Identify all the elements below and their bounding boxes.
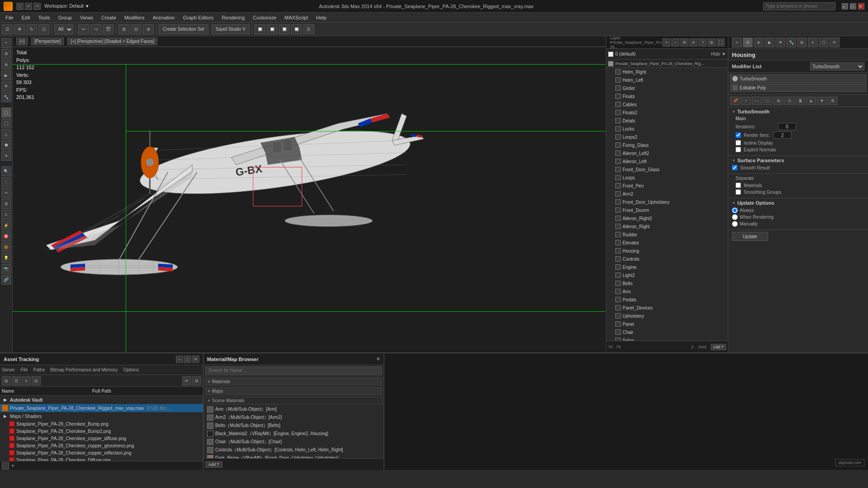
props-tab-hierarchy[interactable]: ⊕	[754, 38, 764, 47]
view-btn3[interactable]: ⊕	[143, 24, 154, 34]
tool-h[interactable]: ✂	[1, 188, 11, 198]
mod-edge-btn[interactable]: —	[752, 97, 762, 105]
create-panel-btn[interactable]: +	[1, 38, 11, 48]
at-tool-2[interactable]: ☰	[12, 376, 21, 385]
tool-l[interactable]: 🎯	[1, 231, 11, 241]
tool-j[interactable]: ≡	[1, 210, 11, 220]
menu-rendering[interactable]: Rendering	[218, 14, 249, 21]
layer-helm-left[interactable]: Helm_Left	[606, 76, 728, 84]
quick-tool-3[interactable]: ↪	[33, 3, 41, 10]
utilities-btn[interactable]: 🔧	[1, 92, 11, 102]
mod-vert-btn[interactable]: •	[741, 97, 751, 105]
layer-pedals[interactable]: Pedals	[606, 296, 728, 304]
layer-engine[interactable]: Engine	[606, 263, 728, 271]
layers-minus[interactable]: −	[671, 38, 679, 47]
create-selection-set[interactable]: Create Selection Set	[159, 24, 208, 34]
update-options-title[interactable]: Update Options	[732, 200, 864, 206]
snap-btn2[interactable]: 🔲	[267, 24, 278, 34]
props-tab-utilities[interactable]: 🔧	[786, 38, 796, 47]
mb-belts[interactable]: Belts（Multi/Sub-Object）[Belts]	[205, 422, 382, 430]
rotate-tool[interactable]: ↻	[26, 24, 37, 34]
layer-loops[interactable]: Loops	[606, 174, 728, 182]
props-tab-create[interactable]: +	[732, 38, 742, 47]
layer-cables[interactable]: Cables	[606, 100, 728, 108]
tool-d[interactable]: ⬟	[1, 140, 11, 150]
tool-n[interactable]: 💡	[1, 253, 11, 263]
snap-btn3[interactable]: 🔲	[279, 24, 290, 34]
layer-locks[interactable]: Locks	[606, 125, 728, 133]
layer-front-pen[interactable]: Front_Pen	[606, 182, 728, 190]
at-tool-4[interactable]: ⊟	[32, 376, 41, 385]
tool-i[interactable]: ⊞	[1, 199, 11, 209]
at-settings-btn[interactable]: ⚙	[192, 376, 201, 385]
menu-edit[interactable]: Edit	[18, 14, 34, 21]
quick-tool-2[interactable]: ↩	[25, 3, 32, 10]
layer-belts[interactable]: Belts	[606, 279, 728, 287]
layer-chair[interactable]: Chair	[606, 328, 728, 336]
layer-btn[interactable]: ☰	[303, 24, 314, 34]
search-input[interactable]	[763, 2, 835, 10]
isoline-checkbox[interactable]	[736, 140, 741, 145]
layer-salon[interactable]: Salon	[606, 336, 728, 341]
layer-panel[interactable]: Panel	[606, 320, 728, 328]
scale-tool[interactable]: ⊡	[38, 24, 49, 34]
mod-del-btn[interactable]: 🗑	[795, 97, 805, 105]
mb-black-mat[interactable]: Black_Material2（VRayMtl）[Engine, Engine2…	[205, 430, 382, 438]
layer-aileron-left[interactable]: Aileron_Left	[606, 157, 728, 165]
filter-dropdown[interactable]: All	[54, 24, 73, 34]
mb-close-btn[interactable]: ✕	[376, 356, 380, 362]
at-menu-file[interactable]: File	[20, 367, 28, 372]
minimize-button[interactable]: –	[842, 3, 848, 9]
view-btn1[interactable]: ⊞	[118, 24, 129, 34]
turbosmooth-section-title[interactable]: TurboSmooth	[732, 109, 864, 114]
at-menu-paths[interactable]: Paths	[33, 367, 45, 372]
mb-arm[interactable]: Arm（Multi/Sub-Object）[Arm]	[205, 405, 382, 413]
at-tex-6[interactable]: Seaplane_Piper_PA-28_Cherokee_Diffuse.pn…	[0, 456, 203, 461]
menu-views[interactable]: Views	[76, 14, 97, 21]
surface-params-title[interactable]: Surface Parameters	[732, 158, 864, 163]
at-close-btn[interactable]: ✕	[192, 356, 199, 363]
tool-c[interactable]: △	[1, 129, 11, 139]
select-tool[interactable]: ☰	[2, 24, 13, 34]
view-btn2[interactable]: ⊟	[131, 24, 142, 34]
layer-rudder[interactable]: Rudder	[606, 230, 728, 239]
menu-customize[interactable]: Customize	[249, 14, 280, 21]
layer-helm-right[interactable]: Helm_Right	[606, 68, 728, 76]
menu-tools[interactable]: Tools	[35, 14, 54, 21]
tool-m[interactable]: 🔆	[1, 242, 11, 252]
update-button[interactable]: Update	[732, 232, 768, 241]
explicit-normals-checkbox[interactable]	[736, 147, 741, 152]
layer-housing[interactable]: Housing	[606, 247, 728, 255]
at-minimize-btn[interactable]: –	[176, 356, 183, 363]
tool-g[interactable]: ↕	[1, 177, 11, 187]
at-tex-1[interactable]: Seaplane_Piper_PA-28_Cherokee_Bump.png	[0, 420, 203, 427]
layer-front-door-glass[interactable]: Front_Door_Glass	[606, 165, 728, 174]
layer-panel-devices[interactable]: Panel_Devices	[606, 304, 728, 312]
layer-upholstery[interactable]: Upholstery	[606, 312, 728, 320]
props-tab-display[interactable]: 👁	[775, 38, 785, 47]
layers-question[interactable]: ?	[698, 38, 707, 47]
at-tex-5[interactable]: Seaplane_Piper_PA-28_Cherokee_copper_ref…	[0, 449, 203, 456]
mb-controls[interactable]: Controls（Multi/Sub-Object）[Controls, Hel…	[205, 446, 382, 454]
props-tab-extra1[interactable]: ⊞	[797, 38, 807, 47]
close-button[interactable]: ✕	[858, 3, 864, 9]
mb-maps-header[interactable]: Maps	[205, 387, 382, 395]
viewport-shading[interactable]: [+] [Perspective] [Shaded + Edged Faces]	[67, 38, 157, 45]
manually-radio[interactable]	[732, 221, 738, 227]
mod-paste-btn[interactable]: ⎗	[784, 97, 794, 105]
hierarchy-btn[interactable]: ⊕	[1, 60, 11, 70]
smoothing-groups-checkbox[interactable]	[736, 189, 741, 195]
render-btn[interactable]: 🎬	[103, 24, 113, 34]
material-search-input[interactable]	[205, 366, 382, 375]
tool-e[interactable]: ✦	[1, 151, 11, 161]
tool-f[interactable]: 🔍	[1, 166, 11, 176]
layers-close[interactable]: ✕	[689, 38, 698, 47]
redo-btn[interactable]: ↪	[90, 24, 101, 34]
modifier-turbosmooth[interactable]: TurboSmooth	[730, 75, 866, 83]
mod-up-btn[interactable]: ▲	[806, 97, 816, 105]
tool-o[interactable]: 📷	[1, 264, 11, 274]
at-tex-4[interactable]: Seaplane_Piper_PA-28_Cherokee_copper_glo…	[0, 442, 203, 449]
at-tex-2[interactable]: Seaplane_Piper_PA-28_Cherokee_Bump2.png	[0, 427, 203, 435]
menu-help[interactable]: Help	[312, 14, 330, 21]
mb-arm2[interactable]: Arm2（Multi/Sub-Object）[Arm2]	[205, 413, 382, 422]
